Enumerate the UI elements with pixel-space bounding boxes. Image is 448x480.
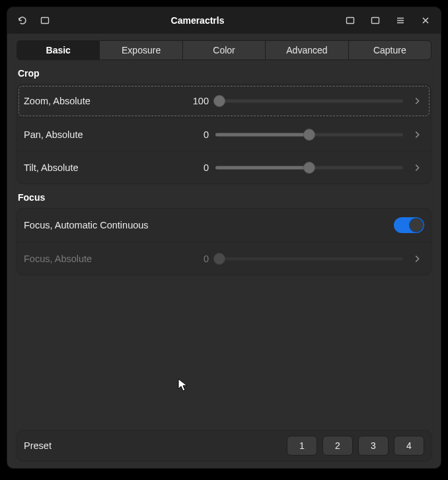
window-list-button[interactable] (34, 11, 56, 30)
hamburger-icon (395, 15, 406, 26)
chevron-right-icon (412, 163, 422, 172)
close-icon (420, 15, 431, 26)
content-spacer (17, 275, 431, 425)
group-focus: Focus, Automatic Continuous Focus, Absol… (17, 208, 431, 275)
svg-rect-1 (347, 18, 354, 24)
slider-thumb[interactable] (213, 95, 225, 107)
row-focus-auto: Focus, Automatic Continuous (17, 209, 431, 242)
control-label: Focus, Automatic Continuous (24, 220, 169, 230)
refresh-button[interactable] (11, 11, 34, 30)
preset-number: 2 (335, 440, 340, 451)
svg-rect-2 (372, 18, 379, 24)
chevron-right-icon (412, 96, 422, 106)
preset-number: 3 (371, 440, 376, 451)
window-icon (345, 15, 355, 26)
reset-button (410, 252, 424, 266)
row-pan-absolute: Pan, Absolute 0 (17, 118, 431, 151)
tab-exposure[interactable]: Exposure (100, 40, 182, 60)
preset-number: 1 (299, 440, 305, 451)
row-tilt-absolute: Tilt, Absolute 0 (17, 151, 431, 184)
tab-label: Capture (373, 45, 406, 55)
slider-thumb[interactable] (303, 129, 315, 141)
toggle-knob (410, 219, 423, 232)
tab-advanced[interactable]: Advanced (266, 40, 348, 60)
pan-slider[interactable] (215, 128, 403, 141)
section-title-crop: Crop (17, 65, 431, 84)
zoom-slider[interactable] (215, 94, 403, 108)
slider-fill (215, 166, 309, 169)
preset-button-4[interactable]: 4 (394, 436, 424, 456)
preset-bar: Preset 1 2 3 4 (17, 430, 431, 462)
tilt-slider[interactable] (215, 161, 403, 174)
focus-auto-toggle[interactable] (394, 217, 424, 233)
group-crop: Zoom, Absolute 100 Pan, Absolute 0 (17, 84, 431, 184)
reset-button[interactable] (410, 160, 424, 175)
row-zoom-absolute: Zoom, Absolute 100 (17, 85, 431, 118)
menu-button[interactable] (389, 11, 412, 30)
refresh-icon (17, 15, 28, 26)
control-label: Zoom, Absolute (24, 96, 169, 106)
tab-basic[interactable]: Basic (17, 40, 100, 60)
control-label: Pan, Absolute (24, 129, 169, 140)
slider-track (215, 100, 403, 103)
chevron-right-icon (412, 130, 422, 139)
svg-rect-0 (42, 18, 49, 24)
preset-number: 4 (406, 440, 412, 451)
slider-fill (215, 133, 309, 136)
reset-button[interactable] (410, 127, 424, 142)
tab-label: Advanced (286, 45, 327, 55)
tab-label: Exposure (122, 45, 161, 55)
chevron-right-icon (412, 254, 422, 263)
control-value: 0 (176, 162, 209, 173)
control-value: 0 (176, 129, 209, 140)
preset-button-2[interactable]: 2 (322, 436, 353, 456)
tab-capture[interactable]: Capture (349, 40, 431, 60)
control-value: 100 (176, 96, 209, 106)
slider-track (215, 257, 403, 260)
control-value: 0 (176, 254, 209, 264)
control-label: Tilt, Absolute (24, 162, 169, 173)
secondary-window-button-2[interactable] (364, 11, 387, 30)
focus-slider (215, 252, 403, 265)
preset-label: Preset (24, 440, 281, 451)
tab-label: Basic (46, 45, 71, 55)
close-button[interactable] (414, 11, 437, 30)
tab-bar: Basic Exposure Color Advanced Capture (7, 34, 441, 65)
preset-button-1[interactable]: 1 (287, 436, 317, 456)
tab-color[interactable]: Color (183, 40, 266, 60)
window-icon (370, 15, 381, 26)
app-window: Cameractrls Basic Exposure Color Advance… (7, 7, 441, 469)
slider-thumb (213, 253, 225, 265)
titlebar: Cameractrls (7, 7, 441, 34)
row-focus-absolute: Focus, Absolute 0 (17, 242, 431, 275)
slider-thumb[interactable] (303, 162, 315, 174)
window-icon (40, 15, 50, 26)
reset-button[interactable] (410, 94, 424, 108)
tab-label: Color (213, 45, 235, 55)
control-label: Focus, Absolute (24, 254, 169, 264)
content-area: Crop Zoom, Absolute 100 Pan, Absolute 0 (7, 65, 441, 468)
section-title-focus: Focus (17, 189, 431, 208)
preset-button-3[interactable]: 3 (358, 436, 389, 456)
secondary-window-button-1[interactable] (339, 11, 361, 30)
window-title: Cameractrls (56, 15, 339, 26)
titlebar-right (339, 11, 437, 30)
